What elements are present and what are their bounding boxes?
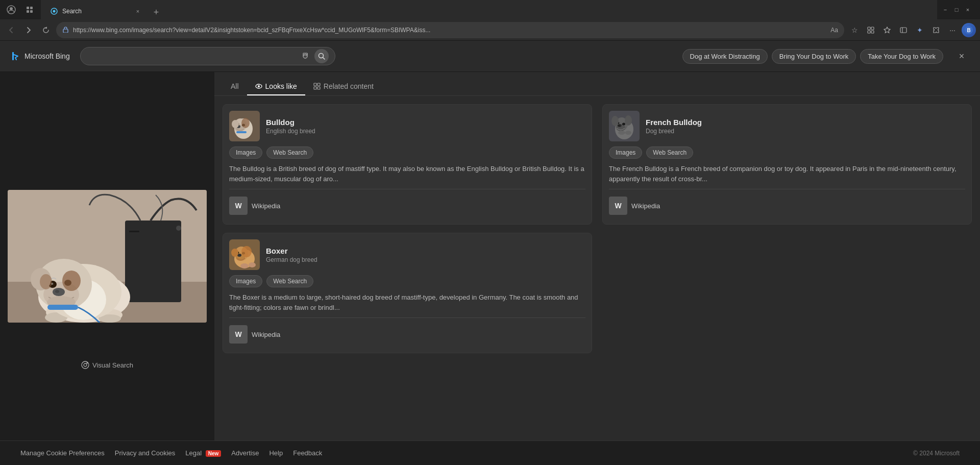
- visual-search-icon[interactable]: [299, 50, 311, 62]
- svg-point-77: [240, 263, 249, 268]
- maximize-btn[interactable]: □: [952, 6, 961, 14]
- svg-point-41: [55, 290, 59, 293]
- boxer-websearch-btn[interactable]: Web Search: [266, 275, 313, 287]
- svg-point-88: [618, 131, 625, 135]
- bulldog-images-btn[interactable]: Images: [229, 146, 262, 159]
- active-tab[interactable]: Search ×: [45, 3, 147, 19]
- svg-rect-11: [868, 31, 870, 33]
- tab-close-btn[interactable]: ×: [134, 7, 142, 15]
- back-btn[interactable]: [4, 23, 18, 37]
- collections-icon[interactable]: [864, 23, 878, 37]
- svg-point-1: [10, 7, 13, 10]
- profile-icon-left[interactable]: [4, 3, 18, 17]
- svg-point-76: [241, 246, 252, 257]
- tab-all[interactable]: All: [223, 78, 247, 95]
- search-icons: [299, 49, 329, 63]
- bing-logo[interactable]: Microsoft Bing: [10, 50, 70, 62]
- results-column-left: Bulldog English dog breed Images Web Sea…: [223, 104, 592, 432]
- french-bulldog-wiki-link[interactable]: W Wikipedia: [609, 193, 965, 218]
- panel-close-btn[interactable]: ×: [953, 48, 970, 64]
- svg-rect-46: [47, 305, 78, 310]
- svg-point-65: [232, 120, 239, 128]
- lock-icon: [62, 26, 69, 35]
- toolbar-icons: ☆ ✦: [847, 23, 976, 37]
- footer-feedback[interactable]: Feedback: [293, 449, 322, 457]
- footer-advertise[interactable]: Advertise: [231, 449, 259, 457]
- svg-rect-55: [317, 83, 320, 86]
- bulldog-description: The Bulldog is a British breed of dog of…: [229, 164, 585, 184]
- svg-rect-12: [871, 31, 874, 33]
- svg-rect-28: [129, 231, 139, 232]
- bulldog-actions: Images Web Search: [229, 146, 585, 159]
- minimize-btn[interactable]: −: [941, 6, 949, 14]
- boxer-images-btn[interactable]: Images: [229, 275, 262, 287]
- sidebar-icon[interactable]: [896, 23, 911, 37]
- footer-legal[interactable]: Legal New: [185, 449, 221, 457]
- footer-cookies[interactable]: Manage Cookie Preferences: [20, 449, 105, 457]
- boxer-actions: Images Web Search: [229, 275, 585, 287]
- bulldog-card: Bulldog English dog breed Images Web Sea…: [223, 104, 592, 225]
- dog-image: [8, 190, 207, 323]
- new-tab-btn[interactable]: +: [149, 5, 163, 19]
- search-input[interactable]: [87, 52, 295, 60]
- french-bulldog-info: French Bulldog Dog breed: [646, 118, 702, 135]
- svg-rect-13: [900, 28, 906, 33]
- boxer-description: The Boxer is a medium to large, short-ha…: [229, 292, 585, 312]
- refresh-btn[interactable]: [39, 23, 53, 37]
- tab-looks-like[interactable]: Looks like: [247, 78, 305, 95]
- svg-rect-54: [314, 83, 316, 86]
- svg-point-86: [611, 116, 619, 126]
- svg-point-48: [40, 274, 52, 289]
- address-bar[interactable]: https://www.bing.com/images/search?view=…: [56, 22, 844, 38]
- svg-point-87: [625, 115, 632, 126]
- page-content: Microsoft Bing: [0, 41, 980, 465]
- bulldog-name: Bulldog: [266, 118, 315, 127]
- svg-point-29: [176, 226, 181, 231]
- bulldog-thumbnail[interactable]: [229, 111, 260, 141]
- tab-related-content[interactable]: Related content: [305, 78, 382, 95]
- search-bar-row: Microsoft Bing: [0, 41, 980, 72]
- french-bulldog-name: French Bulldog: [646, 118, 702, 127]
- french-bulldog-websearch-btn[interactable]: Web Search: [646, 146, 693, 159]
- svg-point-53: [258, 85, 260, 87]
- french-bulldog-header: French Bulldog Dog breed: [609, 111, 965, 141]
- svg-point-78: [249, 262, 256, 267]
- tab-title: Search: [62, 8, 130, 15]
- footer-privacy[interactable]: Privacy and Cookies: [115, 449, 176, 457]
- boxer-breed: German dog breed: [266, 256, 317, 263]
- svg-text:B: B: [967, 28, 970, 33]
- french-bulldog-breed: Dog breed: [646, 128, 702, 135]
- svg-rect-18: [12, 52, 14, 60]
- french-bulldog-thumbnail[interactable]: [609, 111, 640, 141]
- window-close-btn[interactable]: ×: [964, 6, 972, 14]
- tag-dog-work-distracting[interactable]: Dog at Work Distracting: [682, 49, 768, 64]
- visual-search-text: Visual Search: [92, 361, 133, 369]
- boxer-thumbnail[interactable]: [229, 239, 260, 270]
- bulldog-wiki-link[interactable]: W Wikipedia: [229, 193, 585, 218]
- bulldog-websearch-btn[interactable]: Web Search: [266, 146, 313, 159]
- french-bulldog-images-btn[interactable]: Images: [609, 146, 642, 159]
- visual-search-label[interactable]: Visual Search: [81, 361, 133, 369]
- french-bulldog-description: The French Bulldog is a French breed of …: [609, 164, 965, 184]
- svg-point-50: [84, 363, 87, 366]
- favorites-icon[interactable]: [880, 23, 894, 37]
- forward-btn[interactable]: [21, 23, 36, 37]
- extension-icon[interactable]: [22, 3, 37, 17]
- search-submit-icon[interactable]: [314, 49, 329, 63]
- search-box[interactable]: [80, 47, 335, 65]
- footer-help[interactable]: Help: [269, 449, 283, 457]
- tag-take-dog-work[interactable]: Take Your Dog to Work: [860, 49, 943, 64]
- svg-point-19: [303, 54, 307, 58]
- extensions-icon[interactable]: [929, 23, 943, 37]
- tag-bring-dog-work[interactable]: Bring Your Dog to Work: [772, 49, 856, 64]
- user-profile-btn[interactable]: B: [962, 23, 976, 37]
- reader-icon[interactable]: Aa: [830, 27, 838, 34]
- svg-point-89: [625, 131, 631, 135]
- star-icon[interactable]: ☆: [847, 23, 862, 37]
- copilot-icon[interactable]: ✦: [913, 23, 927, 37]
- svg-rect-2: [27, 7, 29, 9]
- boxer-wiki-link[interactable]: W Wikipedia: [229, 322, 585, 347]
- tab-favicon: [50, 7, 58, 15]
- svg-rect-4: [27, 10, 29, 13]
- more-btn[interactable]: ···: [945, 23, 960, 37]
